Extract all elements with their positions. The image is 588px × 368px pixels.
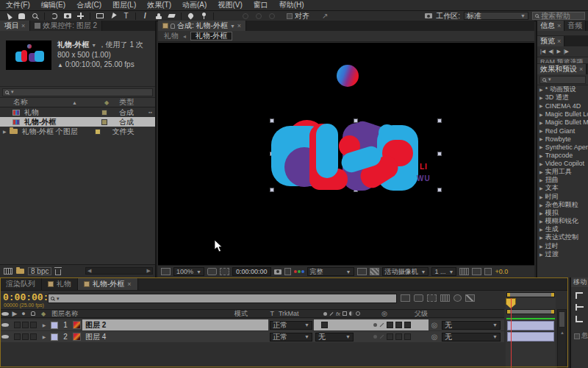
layer-switches[interactable] [355,319,429,330]
snap-checkbox[interactable] [287,13,293,19]
interpret-footage-icon[interactable] [4,268,12,275]
motion-panel-title[interactable]: 移动 [571,277,588,287]
effects-category[interactable]: ▶CINEMA 4D [537,102,588,110]
menu-composition[interactable]: 合成(C) [76,0,101,10]
mask-visibility-icon[interactable] [220,268,229,275]
collapse-icon[interactable]: ▶ [539,136,543,141]
graph-editor-icon[interactable] [465,294,475,302]
project-bit-depth[interactable]: 8 bpc [28,267,51,275]
tab-info[interactable]: 信息 × [537,21,564,31]
collapse-icon[interactable]: ▶ [539,194,543,199]
tab-effect-controls[interactable]: 效果控件: 图层 2 [30,21,102,31]
camera-select[interactable]: 活动摄像机 ▼ [382,267,429,276]
solo-toggle[interactable] [22,333,29,340]
solo-toggle[interactable] [22,322,29,328]
comp-timecode[interactable]: 0:00:00:00 [232,267,271,276]
time-navigator-bar[interactable] [506,292,555,297]
menu-edit[interactable]: 编辑(E) [41,0,65,10]
breadcrumb-current[interactable]: 礼物-外框 [190,32,232,40]
anchor-bottom-left-button[interactable] [576,316,583,322]
comp-mini-flowchart-icon[interactable] [401,294,410,302]
menu-view[interactable]: 视图(V) [218,0,242,10]
close-icon[interactable]: × [21,22,25,29]
project-row-liwu[interactable]: 礼物 合成 ▪▪ [0,107,155,117]
first-frame-button[interactable]: |◀ [540,49,545,54]
parent-select[interactable]: 无▼ [442,333,501,342]
solo-column-icon[interactable]: ● [19,310,28,317]
close-icon[interactable]: × [557,38,561,45]
draft-3d-icon[interactable] [414,294,423,302]
selection-handle[interactable] [437,152,442,156]
previous-frame-button[interactable]: ◀| [548,49,553,54]
parent-select[interactable]: 无▼ [442,321,501,330]
column-name[interactable]: 名称 [13,97,28,107]
pan-behind-tool[interactable] [75,12,86,21]
collapse-icon[interactable]: ▶ [539,219,543,224]
blend-mode-select[interactable]: 正常▼ [270,321,312,330]
effects-category[interactable]: ▶时间 [537,192,588,200]
rotate-tool[interactable] [49,12,60,21]
resolution-select[interactable]: 完整 ▼ [307,267,354,276]
chevron-down-icon[interactable]: ▼ [230,24,235,29]
effects-search-input[interactable]: ▾ [539,76,586,84]
collapse-icon[interactable]: ▶ [539,128,543,133]
scroll-right-icon[interactable]: ▶ [147,268,151,274]
layer-name[interactable]: 图层 4 [82,331,268,342]
collapse-icon[interactable]: ▶ [539,202,543,208]
frame-blend-icon[interactable] [440,294,450,302]
brush-tool[interactable]: / [140,12,151,21]
collapse-icon[interactable]: ▶ [539,112,543,117]
effects-category[interactable]: ▶Red Giant [537,127,588,135]
effects-category[interactable]: ▶实用工具 [537,168,588,176]
pen-tool[interactable] [107,12,118,21]
effects-category[interactable]: ▶* 动画预设 [537,85,588,93]
label-color-chip[interactable] [95,129,101,135]
collapse-icon[interactable]: ▶ [539,210,543,216]
work-area-bar[interactable] [506,309,555,314]
collapse-icon[interactable]: ▶ [539,161,543,166]
project-row-folder[interactable]: ▶ 礼物-外框 个图层 文件夹 [0,127,155,136]
expand-arrow-icon[interactable]: ▶ [40,331,49,342]
layer-color-swatch[interactable] [51,322,58,329]
anchor-middle-left-button[interactable] [576,304,583,311]
layer-name[interactable]: 图层 2 [82,319,268,330]
audio-toggle[interactable] [14,322,21,328]
layer-switches[interactable] [355,331,429,342]
shape-tool[interactable] [94,12,105,21]
menu-layer[interactable]: 图层(L) [112,0,136,10]
tab-preview[interactable]: 预览 × [537,36,564,46]
puppet-pin-tool[interactable] [198,12,209,21]
menu-help[interactable]: 帮助(H) [279,0,304,10]
close-icon[interactable]: × [557,22,561,29]
hide-shy-layers-icon[interactable] [427,294,437,302]
show-channel-icon[interactable] [294,270,304,273]
timeline-search-input[interactable]: ▾ [48,294,397,303]
help-search-input[interactable]: 搜索帮助 [532,12,585,20]
project-search-input[interactable]: ▾ [2,88,153,96]
selection-tool[interactable] [3,12,14,21]
collapse-icon[interactable]: ▶ [3,129,7,134]
tab-audio[interactable]: 音频 [564,21,586,31]
clone-stamp-tool[interactable] [153,12,164,21]
effects-category[interactable]: ▶生成 [537,225,588,233]
sort-asc-icon[interactable]: ▲ [72,100,77,105]
effects-category[interactable]: ▶Rowbyte [537,135,588,143]
effects-category[interactable]: ▶3D 通道 [537,93,588,102]
column-parent[interactable]: 父级 [390,310,452,317]
column-trkmat[interactable]: TrkMat [279,310,299,317]
collapse-icon[interactable]: ▶ [539,235,543,240]
lock-toggle[interactable] [30,322,37,328]
eye-icon[interactable] [1,335,9,339]
always-preview-icon[interactable] [161,268,171,275]
timeline-button-icon[interactable] [459,268,469,275]
close-icon[interactable]: × [127,280,131,288]
tab-effects-presets[interactable]: 效果和预设 × [537,64,587,74]
transparency-grid-icon[interactable] [370,268,379,275]
audio-toggle[interactable] [14,333,21,340]
exposure-value[interactable]: +0.0 [495,268,508,275]
tab-timeline-liwu[interactable]: 礼物 [42,277,78,290]
chevron-down-icon[interactable]: ▼ [91,43,96,48]
effects-category[interactable]: ▶Magic Bullet Mis [537,118,588,127]
effects-category[interactable]: ▶文本 [537,184,588,192]
effects-category[interactable]: ▶扭曲 [537,176,588,184]
